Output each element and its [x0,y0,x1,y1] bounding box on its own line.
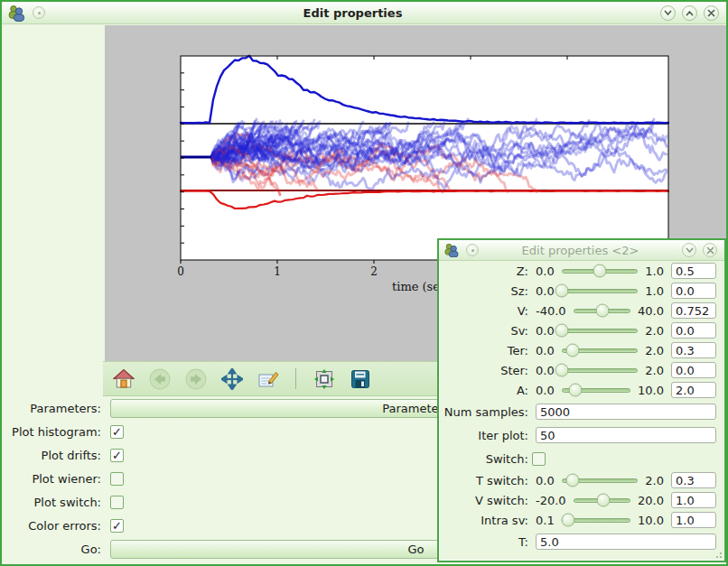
entry-t[interactable] [536,534,716,550]
entry-wrap [671,382,716,398]
slider-handle[interactable] [566,474,580,487]
minimize-button[interactable] [660,5,676,21]
dialog-label-v-switch: V switch: [443,494,528,507]
back-button[interactable] [148,367,171,390]
slider-min-intra-sv: 0.1 [536,514,555,527]
slider-max-sz: 1.0 [645,284,664,298]
slider-intra-sv[interactable] [562,513,630,527]
save-icon [350,368,371,390]
close-icon [705,246,715,255]
slider-handle[interactable] [593,264,607,278]
dialog-row-sv: Sv:0.02.0 [439,320,724,340]
slider-handle[interactable] [568,384,582,397]
entry-ter[interactable] [671,342,716,358]
entry-wrap [536,534,716,550]
entry-v[interactable] [671,302,716,319]
dialog-row-z: Z:0.01.0 [439,261,724,281]
form-label-plot-wiener: Plot wiener: [2,472,107,486]
dialog-window-controls [682,243,717,257]
slider-handle[interactable] [595,304,609,318]
slider-max-a: 10.0 [638,384,664,397]
main-titlebar[interactable]: Edit properties [2,2,726,24]
back-icon [149,368,171,390]
dialog-label-intra-sv: Intra sv: [443,514,528,527]
dialog-label-t: T: [443,535,528,549]
close-button[interactable] [704,5,719,21]
subplots-button[interactable] [313,367,335,390]
dialog-row-t: T: [439,530,724,553]
save-button[interactable] [349,367,371,390]
plot-histogram-checkbox[interactable]: ✓ [110,425,124,439]
slider-track[interactable] [562,329,639,333]
maximize-button[interactable] [682,5,697,21]
slider-max-intra-sv: 10.0 [638,514,664,527]
slider-min-ster: 0.0 [536,364,555,377]
slider-v[interactable] [574,303,630,318]
resize-grip[interactable] [715,552,723,559]
slider-handle[interactable] [555,284,568,298]
slider-a[interactable] [562,383,630,397]
zoom-button[interactable] [257,367,279,390]
form-label-plot-switch: Plot switch: [2,496,107,509]
entry-t-switch[interactable] [671,472,716,488]
pan-button[interactable] [220,367,243,390]
slider-ster[interactable] [562,363,639,377]
slider-handle[interactable] [566,344,580,357]
dialog-label-num-samples: Num samples: [443,405,528,419]
forward-button[interactable] [184,367,207,390]
entry-wrap [671,512,716,528]
entry-wrap [671,362,716,378]
entry-iter-plot[interactable] [536,427,716,443]
slider-max-v-switch: 20.0 [638,494,664,507]
slider-handle[interactable] [561,514,574,527]
entry-a[interactable] [671,382,716,398]
entry-z[interactable] [671,263,716,279]
users-icon [7,5,27,22]
slider-track[interactable] [562,368,639,373]
screen: Edit properties 012345time (secs) Parame… [0,0,728,566]
window-menu-button[interactable] [33,6,45,19]
slider-handle[interactable] [555,364,568,377]
switch-checkbox[interactable] [532,452,546,466]
window-controls [660,5,719,21]
plot-switch-checkbox[interactable] [110,496,124,509]
entry-v-switch[interactable] [671,492,716,508]
entry-sv[interactable] [671,322,716,339]
slider-ter[interactable] [562,343,639,357]
form-label-go: Go: [2,543,107,556]
slider-sv[interactable] [562,323,639,338]
dialog-row-ster: Ster:0.02.0 [439,360,724,380]
home-button[interactable] [112,367,135,390]
entry-ster[interactable] [671,362,716,378]
slider-handle[interactable] [596,494,610,507]
toolbar-separator [295,368,296,389]
dialog-row-num-samples: Num samples: [439,400,724,423]
entry-sz[interactable] [671,283,716,299]
slider-t-switch[interactable] [562,473,639,487]
dialog-row-t-switch: T switch:0.02.0 [439,470,724,490]
slider-v-switch[interactable] [574,493,630,507]
slider-max-z: 1.0 [645,264,664,278]
button-label: Go [407,543,424,556]
slider-sz[interactable] [562,283,639,298]
close-button[interactable] [703,243,717,257]
dialog-row-a: A:0.010.0 [439,380,724,400]
dialog-titlebar[interactable]: Edit properties <2> [439,240,724,261]
x-tick-label: 2 [370,265,378,278]
slider-z[interactable] [562,264,639,278]
slider-track[interactable] [562,289,639,293]
slider-handle[interactable] [555,324,568,338]
dialog-row-switch: Switch: [439,447,724,470]
slider-min-sz: 0.0 [536,284,555,298]
entry-intra-sv[interactable] [671,512,716,528]
color-errors-checkbox[interactable]: ✓ [110,519,124,533]
chevron-up-icon [685,8,695,18]
plot-drifts-checkbox[interactable]: ✓ [110,449,124,462]
slider-min-ter: 0.0 [536,344,555,357]
minimize-button[interactable] [682,243,696,257]
subplots-icon [313,368,335,390]
users-icon [443,243,461,258]
plot-wiener-checkbox[interactable] [110,472,124,486]
window-menu-button[interactable] [466,244,479,256]
entry-num-samples[interactable] [536,404,716,420]
